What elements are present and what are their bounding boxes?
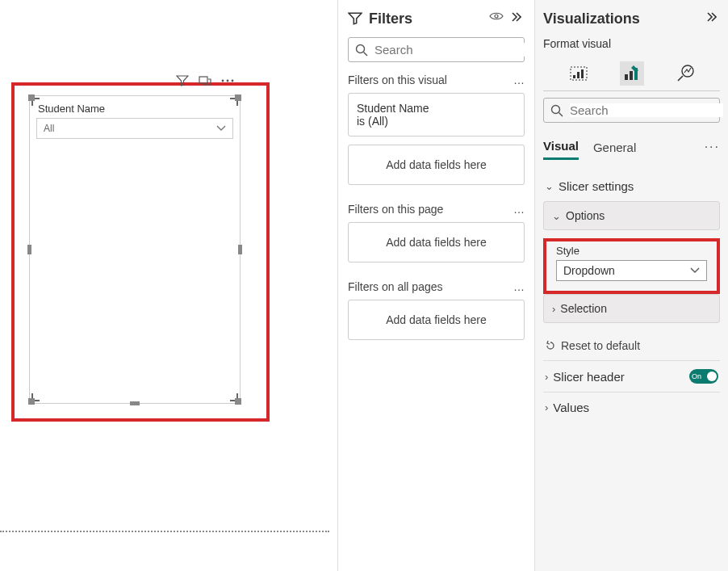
svg-point-1 <box>222 80 224 82</box>
report-canvas[interactable]: Student Name All <box>0 0 337 571</box>
section-slicer-settings[interactable]: ⌄ Slicer settings <box>543 171 720 201</box>
search-icon <box>355 44 368 57</box>
format-visual-tab[interactable] <box>620 61 644 86</box>
svg-rect-0 <box>199 77 207 83</box>
visual-toolbar <box>174 72 236 90</box>
more-options-icon[interactable]: ··· <box>705 140 720 154</box>
chevron-down-icon: ⌄ <box>552 210 561 222</box>
style-dropdown-value: Dropdown <box>563 264 615 277</box>
filters-search[interactable] <box>348 37 525 62</box>
svg-point-14 <box>552 105 560 113</box>
style-dropdown[interactable]: Dropdown <box>556 260 707 281</box>
viz-search[interactable] <box>543 98 720 123</box>
filters-visual-section-header: Filters on this visual … <box>348 73 525 86</box>
viz-header: Visualizations <box>543 0 720 37</box>
svg-rect-7 <box>573 75 575 78</box>
filter-icon <box>348 11 362 26</box>
subsection-options-header[interactable]: ⌄ Options <box>544 202 719 229</box>
svg-point-4 <box>495 15 498 18</box>
filter-icon[interactable] <box>174 72 191 90</box>
chevron-down-icon <box>216 125 226 132</box>
svg-point-2 <box>227 80 229 82</box>
resize-handle[interactable] <box>235 398 241 405</box>
resize-handle[interactable] <box>130 401 140 405</box>
subsection-selection-header[interactable]: › Selection <box>544 295 719 322</box>
collapse-pane-icon[interactable] <box>510 11 525 26</box>
resize-handle[interactable] <box>235 94 241 101</box>
resize-handle[interactable] <box>28 398 35 405</box>
filters-all-section-header: Filters on all pages … <box>348 280 525 293</box>
reset-icon <box>545 340 556 351</box>
chevron-right-icon: › <box>552 303 555 315</box>
style-label: Style <box>556 245 707 257</box>
visualizations-pane: Visualizations Format visual Visual Gene… <box>534 0 728 571</box>
chevron-down-icon <box>690 267 700 274</box>
more-icon[interactable]: … <box>513 203 525 216</box>
viz-mode-tabs <box>543 55 720 91</box>
svg-point-5 <box>357 44 365 52</box>
resize-handle[interactable] <box>28 94 35 101</box>
analytics-tab[interactable] <box>673 61 697 86</box>
section-slicer-header[interactable]: › Slicer header On <box>543 361 720 392</box>
slicer-dropdown[interactable]: All <box>36 118 233 139</box>
more-icon[interactable]: … <box>513 280 525 293</box>
section-values[interactable]: › Values <box>543 393 720 422</box>
slicer-header-toggle[interactable]: On <box>689 369 718 384</box>
more-icon[interactable]: … <box>513 73 525 86</box>
filter-card-field: Student Name <box>357 102 516 115</box>
add-fields-page[interactable]: Add data fields here <box>348 222 525 262</box>
style-row: Style Dropdown <box>543 238 720 294</box>
search-icon <box>550 104 563 117</box>
chevron-right-icon: › <box>545 371 548 383</box>
resize-handle[interactable] <box>238 245 242 254</box>
chevron-right-icon: › <box>545 401 548 414</box>
svg-rect-10 <box>625 74 628 80</box>
filters-header: Filters <box>348 0 525 37</box>
svg-rect-9 <box>581 69 584 78</box>
chevron-down-icon: ⌄ <box>545 180 554 192</box>
filter-card-summary: is (All) <box>357 115 516 128</box>
slicer-dropdown-value: All <box>44 123 54 134</box>
svg-rect-8 <box>577 72 579 78</box>
reset-to-default[interactable]: Reset to default <box>543 331 720 360</box>
viz-search-input[interactable] <box>570 103 723 117</box>
focus-mode-icon[interactable] <box>196 72 214 90</box>
filters-search-input[interactable] <box>374 43 528 57</box>
viz-title: Visualizations <box>543 10 699 27</box>
filters-page-section-header: Filters on this page … <box>348 203 525 216</box>
svg-point-3 <box>232 80 234 82</box>
format-accordion: ⌄ Slicer settings ⌄ Options Style Dropdo… <box>543 171 720 422</box>
filters-title: Filters <box>369 10 483 27</box>
tab-visual[interactable]: Visual <box>543 134 579 160</box>
format-tabs: Visual General ··· <box>543 134 720 160</box>
filter-card-student-name[interactable]: Student Name is (All) <box>348 93 525 136</box>
collapse-pane-icon[interactable] <box>705 11 720 26</box>
more-options-icon[interactable] <box>219 72 236 90</box>
viz-subtitle: Format visual <box>543 37 720 50</box>
slicer-visual[interactable]: Student Name All <box>29 95 241 404</box>
subsection-options: ⌄ Options <box>543 201 720 230</box>
svg-rect-11 <box>630 71 633 80</box>
slicer-title: Student Name <box>30 96 240 118</box>
build-visual-tab[interactable] <box>567 61 591 86</box>
tab-general[interactable]: General <box>593 136 636 159</box>
add-fields-all[interactable]: Add data fields here <box>348 300 525 340</box>
add-fields-visual[interactable]: Add data fields here <box>348 145 525 185</box>
filters-pane: Filters Filters on this visual … Student… <box>337 0 534 571</box>
eye-icon[interactable] <box>489 11 504 26</box>
subsection-selection: › Selection <box>543 294 720 323</box>
resize-handle[interactable] <box>27 245 31 254</box>
page-boundary <box>0 531 329 532</box>
